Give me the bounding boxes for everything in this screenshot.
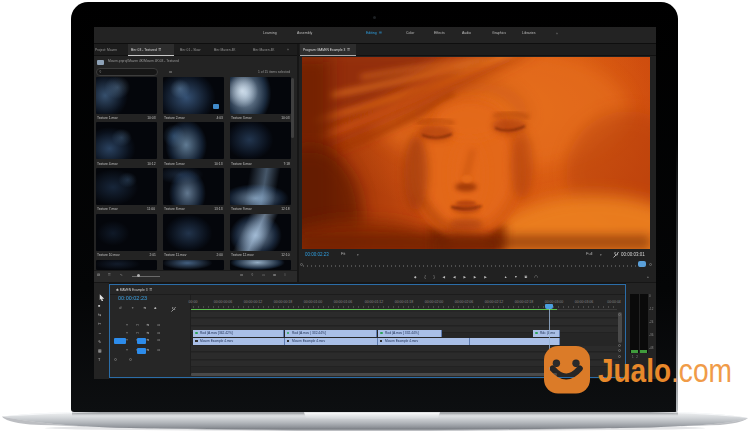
svg-text:.com: .com (671, 351, 732, 389)
svg-text:Jualo: Jualo (598, 351, 671, 389)
